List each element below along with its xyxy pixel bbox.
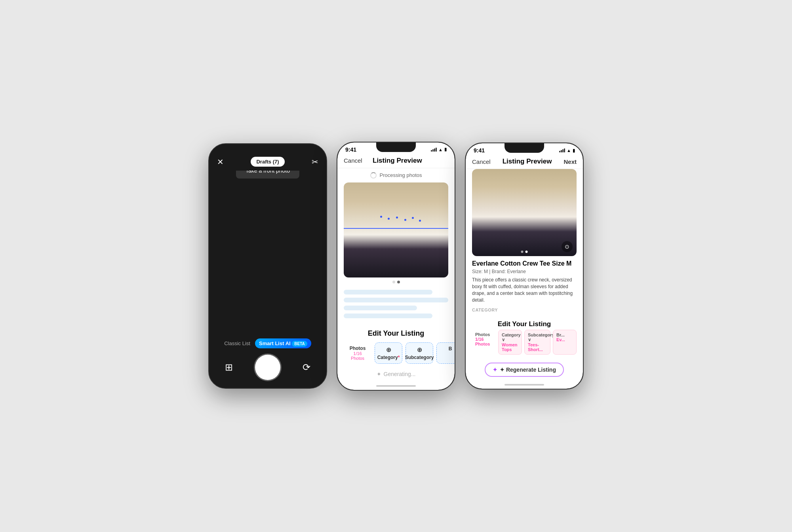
carousel-dot-2 bbox=[397, 281, 400, 283]
camera-controls: ⊞ ⟳ bbox=[217, 355, 318, 380]
tab3-subcategory-title: Subcategory ∨ bbox=[528, 332, 547, 342]
processing-bar: Processing photos bbox=[337, 168, 455, 182]
regenerate-icon: ✦ bbox=[493, 367, 497, 373]
close-icon[interactable]: ✕ bbox=[217, 157, 224, 167]
tab3-category-value: Women Tops bbox=[502, 342, 518, 352]
screen-header-2: Cancel Listing Preview bbox=[337, 155, 455, 168]
tab3-photos-value: 1/16 Photos bbox=[475, 337, 493, 346]
tab-photos-sub: 1/16 Photos bbox=[348, 351, 367, 361]
skeleton-line-3 bbox=[344, 306, 417, 310]
edit-listing-title-2: Edit Your Listing bbox=[337, 329, 455, 338]
edit-listing-title-3: Edit Your Listing bbox=[466, 318, 583, 330]
scan-dot bbox=[396, 217, 398, 218]
smart-list-label[interactable]: Smart List AI BETA bbox=[255, 338, 311, 348]
regenerate-label: ✦ Regenerate Listing bbox=[500, 367, 556, 373]
tab-photos-2[interactable]: Photos 1/16 Photos bbox=[344, 342, 371, 364]
listing-photo-img bbox=[472, 169, 577, 256]
drafts-button[interactable]: Drafts (7) bbox=[251, 157, 284, 167]
listing-screen: 9:41 ▲ ▮ Cancel Listing Preview Next ⊙ bbox=[466, 143, 583, 388]
processing-screen: 9:41 ▲ ▮ Cancel Listing Preview Processi… bbox=[337, 142, 455, 390]
classic-list-label[interactable]: Classic List bbox=[224, 340, 250, 346]
tab3-brand-value: Ev... bbox=[556, 337, 573, 342]
shutter-button[interactable] bbox=[255, 355, 280, 380]
tab-photos-label: Photos bbox=[350, 346, 366, 351]
scan-dot bbox=[380, 216, 382, 218]
tab-category-label: Category* bbox=[377, 355, 400, 360]
home-indicator-2 bbox=[337, 382, 455, 390]
home-indicator-3 bbox=[466, 381, 583, 389]
status-icons-2: ▲ ▮ bbox=[431, 147, 447, 152]
generating-label: Generating... bbox=[384, 371, 416, 377]
home-bar-2 bbox=[376, 385, 416, 387]
camera-screen: ✕ Drafts (7) ✂ Take a front photo Classi… bbox=[209, 144, 326, 388]
scan-line bbox=[344, 228, 448, 229]
generating-sparkle-icon: ✦ bbox=[377, 371, 381, 377]
wifi-icon: ▲ bbox=[438, 147, 443, 152]
listing-tabs-2: Photos 1/16 Photos ⊕ Category* ⊕ Subcate… bbox=[337, 342, 455, 364]
status-time-2: 9:41 bbox=[345, 146, 356, 153]
camera-viewfinder: Take a front photo bbox=[209, 171, 326, 334]
regenerate-listing-button[interactable]: ✦ ✦ Regenerate Listing bbox=[485, 363, 564, 377]
listing-photo: ⊙ bbox=[472, 169, 577, 256]
scan-dot bbox=[388, 218, 390, 220]
listing-info: Everlane Cotton Crew Tee Size M Size: M … bbox=[466, 256, 583, 317]
phone-3-listing: 9:41 ▲ ▮ Cancel Listing Preview Next ⊙ bbox=[465, 142, 584, 389]
carousel-dots-2 bbox=[337, 277, 455, 287]
tab3-brand-title: Br... bbox=[556, 332, 573, 337]
processing-spinner bbox=[370, 172, 377, 179]
battery-icon: ▮ bbox=[444, 147, 447, 152]
tab3-brand[interactable]: Br... Ev... bbox=[553, 330, 577, 355]
listing-item-title: Everlane Cotton Crew Tee Size M bbox=[472, 260, 577, 267]
cancel-button-3[interactable]: Cancel bbox=[472, 158, 491, 165]
screen-title-2: Listing Preview bbox=[373, 157, 422, 165]
scan-dot bbox=[419, 220, 421, 222]
listing-description: This piece offers a classic crew neck, o… bbox=[472, 277, 577, 303]
notch-2 bbox=[376, 142, 416, 152]
home-bar-3 bbox=[505, 384, 544, 386]
tab-subcategory-2[interactable]: ⊕ Subcategory bbox=[406, 342, 433, 364]
skeleton-line-2 bbox=[344, 298, 448, 302]
camera-flip-icon[interactable]: ⟳ bbox=[303, 362, 310, 373]
notch-3 bbox=[505, 143, 544, 153]
photo-preview-2 bbox=[344, 182, 448, 277]
tab3-category-title: Category ∨ bbox=[502, 332, 518, 342]
photo-preview-img-2 bbox=[344, 182, 448, 277]
signal-icon bbox=[431, 148, 437, 152]
screen-title-3: Listing Preview bbox=[503, 158, 552, 165]
listing-tabs-3: Photos 1/16 Photos Category ∨ Women Tops… bbox=[466, 330, 583, 355]
beta-badge: BETA bbox=[292, 341, 307, 347]
screen-header-3: Cancel Listing Preview Next bbox=[466, 156, 583, 169]
phone-1-camera: ✕ Drafts (7) ✂ Take a front photo Classi… bbox=[208, 143, 327, 389]
listing-meta: Size: M | Brand: Everlane bbox=[472, 269, 577, 274]
status-time-3: 9:41 bbox=[474, 147, 485, 154]
skeleton-section bbox=[337, 287, 455, 325]
signal-icon-3 bbox=[559, 148, 565, 152]
notch-1 bbox=[248, 144, 287, 154]
camera-bottom: Classic List Smart List AI BETA ⊞ ⟳ bbox=[209, 334, 326, 388]
tab-category-2[interactable]: ⊕ Category* bbox=[375, 342, 402, 364]
scissors-icon[interactable]: ✂ bbox=[312, 157, 318, 167]
scan-dot bbox=[412, 217, 414, 219]
gallery-icon[interactable]: ⊞ bbox=[225, 362, 233, 373]
cancel-button-2[interactable]: Cancel bbox=[344, 157, 362, 164]
carousel-dot-1 bbox=[392, 281, 395, 283]
category-section-label: CATEGORY bbox=[472, 308, 577, 312]
mode-selector: Classic List Smart List AI BETA bbox=[217, 338, 318, 348]
tab3-subcategory-value: Tees- Short... bbox=[528, 342, 547, 352]
battery-icon-3: ▮ bbox=[573, 148, 575, 153]
tab-subcategory-icon: ⊕ bbox=[417, 346, 422, 353]
next-button[interactable]: Next bbox=[564, 158, 577, 165]
tab3-photos-title: Photos bbox=[475, 332, 493, 337]
edit-listing-section-2: Edit Your Listing Photos 1/16 Photos ⊕ C… bbox=[337, 325, 455, 366]
skeleton-line-1 bbox=[344, 290, 432, 294]
tab3-photos[interactable]: Photos 1/16 Photos bbox=[472, 330, 496, 355]
tab3-subcategory[interactable]: Subcategory ∨ Tees- Short... bbox=[524, 330, 550, 355]
phone-2-processing: 9:41 ▲ ▮ Cancel Listing Preview Processi… bbox=[337, 142, 455, 391]
tab3-category[interactable]: Category ∨ Women Tops bbox=[498, 330, 522, 355]
tab-category-icon: ⊕ bbox=[386, 346, 391, 353]
photo-dot-2 bbox=[525, 251, 528, 253]
generating-button: ✦ Generating... bbox=[377, 371, 416, 377]
tab-brand-2[interactable]: B bbox=[436, 342, 455, 364]
scan-dot bbox=[404, 219, 406, 221]
wifi-icon-3: ▲ bbox=[567, 148, 571, 153]
